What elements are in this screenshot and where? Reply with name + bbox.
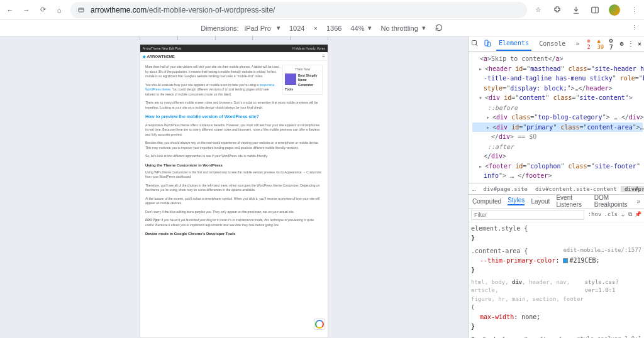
body-text: So, let's look at two different approach… <box>145 154 323 159</box>
chevron-down-icon: ▾ <box>277 24 280 32</box>
width-input[interactable]: 1024 <box>289 25 304 32</box>
subtab-events[interactable]: Event Listeners <box>556 194 587 208</box>
body-text: Besides that, you should always rely on … <box>145 141 323 150</box>
site-info-icon[interactable] <box>77 6 86 14</box>
hamburger-icon[interactable]: ≡ <box>322 53 325 59</box>
simulated-page[interactable]: ArrowTheme New Edit PostHi Admin Howdy, … <box>140 44 328 338</box>
svg-rect-1 <box>592 7 599 13</box>
menu-icon[interactable]: ⋮ <box>629 5 639 15</box>
download-icon[interactable] <box>571 5 581 15</box>
tab-elements[interactable]: Elements <box>496 36 531 51</box>
subtab-styles[interactable]: Styles <box>508 197 525 205</box>
heading: How to preview the mobile version of Wor… <box>145 114 323 121</box>
profile-avatar[interactable] <box>609 4 620 16</box>
reload-icon[interactable]: ⟳ <box>38 5 48 15</box>
rotate-icon[interactable] <box>435 23 443 33</box>
error-badge[interactable]: ⊗ 2 <box>587 38 593 50</box>
extensions-icon[interactable] <box>552 5 562 15</box>
devtools-panel: Elements Console » ⊗ 2 ▲ 39 ⚙ 7 ⚙ ⋮ ✕ <a… <box>468 36 644 338</box>
body-text: At the bottom of the screen, you'll noti… <box>145 197 323 206</box>
tab-console[interactable]: Console <box>536 36 568 51</box>
recaptcha-badge[interactable] <box>314 319 325 330</box>
wp-admin-bar[interactable]: ArrowTheme New Edit PostHi Admin Howdy, … <box>140 45 328 52</box>
height-input[interactable]: 1366 <box>326 25 341 32</box>
site-header: ◆ ARROWTHEME ≡ <box>140 52 328 61</box>
subheading: Device mode in Google Chrome's Developer… <box>145 231 323 237</box>
sidepanel-icon[interactable] <box>590 5 600 15</box>
subtab-layout[interactable]: Layout <box>531 198 550 205</box>
inspect-icon[interactable] <box>471 40 479 48</box>
device-more-icon[interactable]: ⋮ <box>631 24 638 32</box>
body-text: There are so many different mobile scree… <box>145 101 323 110</box>
breadcrumb[interactable]: … div#page.site div#content.site-content… <box>469 183 644 195</box>
svg-rect-0 <box>79 8 84 12</box>
browser-toolbar: ← → ⟳ ⌂ arrowtheme.com/edit-mobile-versi… <box>0 0 644 20</box>
hov-toggle[interactable]: :hov <box>588 211 602 219</box>
body-text: Therefore, you'll see all of the choices… <box>145 183 323 193</box>
url-bar[interactable]: arrowtheme.com/edit-mobile-version-of-wo… <box>70 2 527 18</box>
close-icon[interactable]: ✕ <box>638 40 641 47</box>
body-text: Don't worry if the blue editing icons pe… <box>145 210 323 215</box>
subheading: Using the Theme Customizer in WordPress <box>145 163 323 168</box>
sidebar-card[interactable]: Them Now Best Shopify Name Generator Too… <box>282 65 323 95</box>
styles-pane[interactable]: element.style {} .content-area {edit-mob… <box>469 222 644 339</box>
site-logo[interactable]: ◆ ARROWTHEME <box>143 54 175 58</box>
home-icon[interactable]: ⌂ <box>54 5 64 15</box>
devtools-tabs: Elements Console » ⊗ 2 ▲ 39 ⚙ 7 ⚙ ⋮ ✕ <box>469 36 644 52</box>
url-text: arrowtheme.com/edit-mobile-version-of-wo… <box>91 6 275 14</box>
device-toolbar: Dimensions: iPad Pro ▾ 1024 × 1366 44% ▾… <box>0 20 644 36</box>
forward-icon[interactable]: → <box>21 5 31 15</box>
pin-icon[interactable]: 📌 <box>635 211 641 219</box>
subtab-dom[interactable]: DOM Breakpoints <box>594 194 631 208</box>
dom-tree[interactable]: <a>Skip to content</a> ▸<header id="mast… <box>469 52 644 183</box>
cls-toggle[interactable]: .cls <box>604 211 618 219</box>
warning-badge[interactable]: ▲ 39 <box>597 38 605 50</box>
back-icon[interactable]: ← <box>5 5 15 15</box>
settings-icon[interactable]: ⚙ <box>620 40 624 47</box>
device-select[interactable]: Dimensions: iPad Pro ▾ <box>201 24 280 32</box>
issues-badge[interactable]: ⚙ 7 <box>609 37 616 51</box>
new-rule-icon[interactable]: ＋ <box>620 211 626 219</box>
zoom-select[interactable]: 44% ▾ <box>350 24 372 32</box>
styles-subtabs: Computed Styles Layout Event Listeners D… <box>469 195 644 209</box>
subtab-computed[interactable]: Computed <box>472 198 501 205</box>
bookmark-icon[interactable]: ☆ <box>533 5 543 15</box>
body-text: A responsive WordPress theme offers nume… <box>145 123 323 138</box>
dim-sep: × <box>313 25 317 32</box>
styles-filter-input[interactable] <box>471 210 584 220</box>
devtools-menu-icon[interactable]: ⋮ <box>628 40 634 47</box>
tab-more[interactable]: » <box>573 36 582 51</box>
body-text: PRO Tips: If you haven't yet launched yo… <box>145 218 323 227</box>
card-thumb <box>285 74 296 85</box>
device-toggle-icon[interactable] <box>484 40 491 48</box>
dom-selected-node[interactable]: ▸<div id="primary" class="content-area">… <box>472 123 643 133</box>
copy-icon[interactable]: ⧉ <box>628 211 632 219</box>
throttling-select[interactable]: No throttling ▾ <box>380 24 425 32</box>
device-viewport: ArrowTheme New Edit PostHi Admin Howdy, … <box>0 36 468 338</box>
body-text: Using WP's theme Customizer is the first… <box>145 170 323 180</box>
